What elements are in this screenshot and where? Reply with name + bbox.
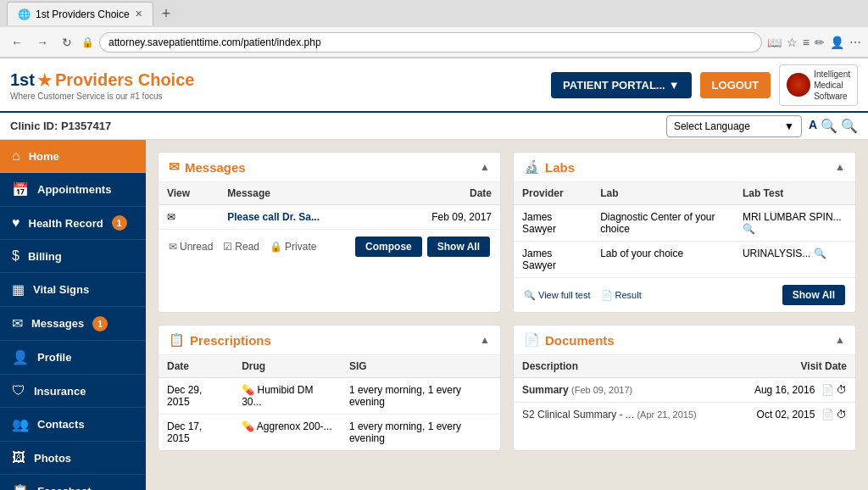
star-icon[interactable]: ☆ (787, 36, 798, 49)
dollar-icon: $ (12, 248, 19, 264)
profile-icon[interactable]: 👤 (830, 36, 844, 49)
address-bar[interactable] (99, 32, 762, 53)
messages-show-all-btn[interactable]: Show All (427, 237, 490, 257)
ims-icon (787, 73, 810, 97)
edit-icon[interactable]: ✏ (815, 36, 825, 49)
docs-row1-file-icon[interactable]: 📄 (821, 384, 834, 396)
labs-row2-provider: James Sawyer (514, 242, 592, 278)
labs-collapse-btn[interactable]: ▲ (835, 161, 845, 173)
rx-row2-sig: 1 every morning, 1 every evening (341, 415, 500, 451)
table-row: Dec 29, 2015 💊 Humibid DM 30... 1 every … (159, 378, 500, 415)
content-area: ✉ Messages ▲ View Message Date (146, 140, 868, 490)
logo-tagline: Where Customer Service is our #1 focus (10, 92, 194, 101)
labs-row2-test: URINALYSIS... 🔍 (734, 242, 855, 278)
menu-icon[interactable]: ≡ (803, 36, 810, 49)
extensions-icon[interactable]: ⋯ (849, 36, 861, 49)
labs-search-icon-1[interactable]: 🔍 (743, 223, 755, 235)
labs-card-header: 🔬 Labs ▲ (514, 153, 855, 182)
sidebar-item-profile[interactable]: 👤 Profile (0, 341, 146, 375)
lang-chevron-icon: ▼ (784, 120, 794, 132)
sidebar-label-vital-signs: Vital Signs (33, 283, 89, 296)
pill-icon: 💊 (242, 384, 254, 396)
sidebar-label-contacts: Contacts (37, 418, 85, 431)
sidebar-label-facesheet: Facesheet (37, 485, 92, 490)
contacts-icon: 👥 (12, 416, 29, 432)
font-size-icon[interactable]: A (809, 118, 817, 134)
docs-row1-sub: (Feb 09, 2017) (571, 385, 632, 395)
envelope-icon: ✉ (12, 315, 23, 331)
sidebar-label-insurance: Insurance (34, 385, 86, 398)
sidebar-item-vital-signs[interactable]: ▦ Vital Signs (0, 273, 146, 307)
browser-tab-active[interactable]: 🌐 1st Providers Choice ✕ (7, 2, 153, 25)
messages-card-title: ✉ Messages (169, 159, 246, 175)
sidebar-label-appointments: Appointments (37, 183, 111, 196)
sidebar-item-health-record[interactable]: ♥ Health Record 1 ‹ (0, 207, 146, 240)
rx-col-sig: SIG (341, 355, 500, 378)
messages-collapse-btn[interactable]: ▲ (480, 161, 490, 173)
sidebar-item-home[interactable]: ⌂ Home (0, 140, 146, 173)
new-tab-btn[interactable]: + (157, 5, 176, 23)
patient-portal-chevron-icon: ▼ (669, 79, 680, 92)
sidebar-label-health-record: Health Record (29, 217, 103, 230)
patient-portal-btn[interactable]: PATIENT PORTAL... ▼ (551, 72, 691, 98)
sidebar-item-billing[interactable]: $ Billing (0, 240, 146, 273)
bookmarks-icon[interactable]: 📖 (767, 36, 782, 49)
tab-favicon: 🌐 (18, 8, 31, 20)
logo-1st: 1st (10, 70, 35, 90)
sidebar-label-photos: Photos (34, 452, 71, 465)
labs-search-icon-2[interactable]: 🔍 (814, 248, 826, 259)
sidebar-item-contacts[interactable]: 👥 Contacts (0, 408, 146, 442)
view-full-test-link[interactable]: 🔍 View full test (524, 290, 591, 301)
docs-row2-clock-icon[interactable]: ⏱ (837, 409, 847, 420)
search-icon-1[interactable]: 🔍 (821, 118, 837, 134)
app-wrapper: 1st ★ Providers Choice Where Customer Se… (0, 58, 868, 490)
docs-row2-visit-date: Oct 02, 2015 📄 ⏱ (731, 403, 855, 427)
sidebar-item-messages[interactable]: ✉ Messages 1 (0, 307, 146, 341)
logo-area: 1st ★ Providers Choice Where Customer Se… (10, 70, 194, 101)
sidebar-label-billing: Billing (28, 250, 62, 263)
sidebar-item-insurance[interactable]: 🛡 Insurance (0, 375, 146, 408)
prescriptions-card-body: Date Drug SIG Dec 29, 2015 💊 Humibid DM … (159, 355, 500, 450)
docs-col-visit-date: Visit Date (731, 355, 855, 378)
pill-icon-2: 💊 (242, 420, 254, 432)
refresh-btn[interactable]: ↻ (58, 34, 76, 51)
logout-btn[interactable]: LOGOUT (700, 72, 771, 98)
labs-col-test: Lab Test (734, 182, 855, 205)
documents-collapse-btn[interactable]: ▲ (835, 334, 845, 346)
labs-show-all-btn[interactable]: Show All (782, 285, 845, 305)
clinic-id: Clinic ID: P1357417 (10, 120, 111, 132)
unread-label: ✉ Unread (169, 241, 213, 253)
sidebar-item-facesheet[interactable]: 📋 Facesheet (0, 475, 146, 490)
result-link[interactable]: 📄 Result (601, 290, 642, 301)
prescriptions-collapse-btn[interactable]: ▲ (480, 334, 490, 346)
documents-card-header: 📄 Documents ▲ (514, 326, 855, 355)
documents-card-title: 📄 Documents (524, 332, 615, 348)
messages-col-view: View (159, 182, 219, 205)
compose-btn[interactable]: Compose (355, 237, 422, 257)
labs-row1-provider: James Sawyer (514, 205, 592, 242)
labs-card-footer: 🔍 View full test 📄 Result Show All (514, 277, 855, 312)
table-row: Dec 17, 2015 💊 Aggrenox 200-... 1 every … (159, 415, 500, 451)
browser-nav-bar: ← → ↻ 🔒 📖 ☆ ≡ ✏ 👤 ⋯ (0, 27, 868, 58)
heart-icon: ♥ (12, 215, 20, 231)
docs-row1-clock-icon[interactable]: ⏱ (837, 384, 847, 396)
docs-row1-desc: Summary (Feb 09, 2017) (514, 378, 731, 403)
search-icon-2[interactable]: 🔍 (841, 118, 858, 134)
messages-card: ✉ Messages ▲ View Message Date (158, 152, 501, 313)
labs-row1-test: MRI LUMBAR SPIN... 🔍 (734, 205, 855, 242)
header-right: PATIENT PORTAL... ▼ LOGOUT Intelligent M… (551, 64, 858, 106)
logo-star-icon: ★ (36, 70, 53, 92)
docs-col-description: Description (514, 355, 731, 378)
back-btn[interactable]: ← (7, 34, 27, 51)
unread-icon: ✉ (169, 241, 177, 253)
forward-btn[interactable]: → (32, 34, 53, 51)
docs-row2-file-icon[interactable]: 📄 (821, 409, 834, 420)
sidebar-label-profile: Profile (37, 351, 71, 364)
tab-close-btn[interactable]: ✕ (135, 8, 142, 19)
logo-block: 1st ★ Providers Choice Where Customer Se… (10, 70, 194, 101)
language-select[interactable]: Select Language ▼ (666, 115, 802, 137)
sidebar-item-photos[interactable]: 🖼 Photos (0, 442, 146, 475)
msg-row-message[interactable]: Please call Dr. Sa... (219, 205, 384, 230)
sidebar-item-appointments[interactable]: 📅 Appointments (0, 173, 146, 207)
rx-row2-drug: 💊 Aggrenox 200-... (233, 415, 341, 451)
